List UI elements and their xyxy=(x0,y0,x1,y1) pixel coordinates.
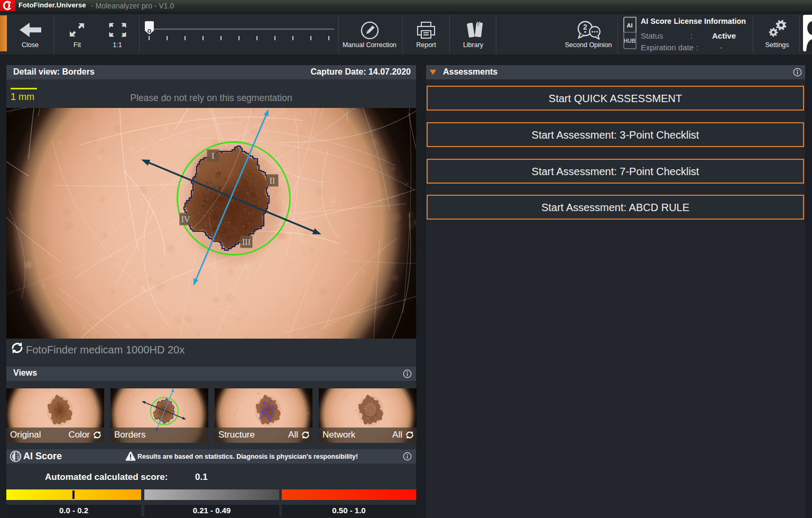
svg-text:II: II xyxy=(270,176,275,185)
svg-text:III: III xyxy=(242,238,251,247)
svg-text:2: 2 xyxy=(583,23,587,31)
svg-text:IV: IV xyxy=(181,215,190,224)
svg-text:I: I xyxy=(211,151,214,160)
svg-text:HUB: HUB xyxy=(624,38,636,44)
svg-text:AI: AI xyxy=(627,22,633,29)
